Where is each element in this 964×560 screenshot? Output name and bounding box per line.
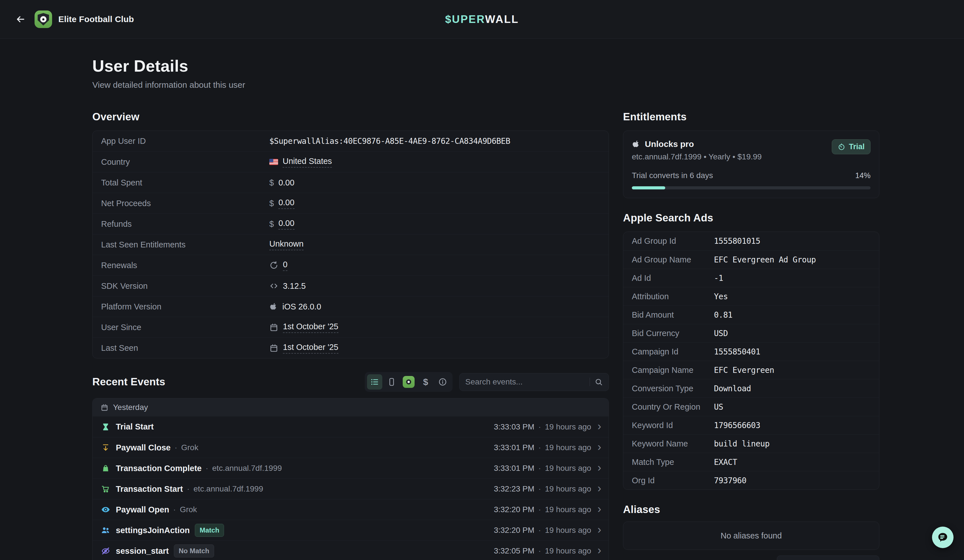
row-label: Last Seen Entitlements	[101, 240, 269, 249]
events-list: Trial Start3:33:03 PM·19 hours ago›Paywa…	[93, 417, 609, 560]
value-text: Unknown	[269, 239, 304, 250]
user-attributes-search[interactable]	[777, 555, 879, 560]
value-text: US	[714, 402, 723, 412]
value-text: $SuperwallAlias:40EC9876-A85E-4AE9-8762-…	[269, 137, 510, 146]
event-row[interactable]: Trial Start3:33:03 PM·19 hours ago›	[93, 417, 609, 437]
revenue-filter-button[interactable]: $	[418, 374, 433, 389]
value-text: EFC Evergreen	[714, 366, 774, 375]
table-row: SDK Version3.12.5	[93, 275, 609, 296]
separator-dot: ·	[538, 484, 541, 493]
table-row: Renewals0	[93, 255, 609, 275]
value-text: 7937960	[714, 476, 746, 485]
event-row[interactable]: settingsJoinActionMatch3:32:20 PM·19 hou…	[93, 520, 609, 540]
value-text: iOS 26.0.0	[282, 302, 321, 311]
event-row[interactable]: Paywall Open·Grok3:32:20 PM·19 hours ago…	[93, 499, 609, 520]
support-chat-button[interactable]	[932, 527, 954, 548]
chevron-right-icon: ›	[598, 482, 601, 494]
event-meta: 3:32:20 PM·19 hours ago›	[494, 526, 601, 535]
event-name: settingsJoinAction	[116, 526, 190, 535]
chevron-right-icon: ›	[598, 544, 601, 556]
row-value: 1796566603	[714, 421, 760, 430]
table-row: Keyword Id1796566603	[623, 416, 879, 434]
row-value: 1555850401	[714, 347, 760, 357]
event-subtitle: Grok	[181, 443, 199, 452]
chevron-right-icon: ›	[598, 462, 601, 473]
row-value: Download	[714, 384, 751, 393]
table-row: Ad Group NameEFC Evergreen Ad Group	[623, 250, 879, 269]
row-label: Campaign Name	[632, 366, 714, 375]
calendar-icon	[101, 404, 109, 411]
right-column: Entitlements Unlocks pro etc.annual.7df.…	[623, 39, 879, 560]
events-group-header: Yesterday	[93, 398, 609, 417]
value-text: 0.00	[278, 178, 294, 187]
value-text: 1st October '25	[283, 322, 339, 333]
table-row: Bid Amount0.81	[623, 306, 879, 324]
table-row: Campaign NameEFC Evergreen	[623, 361, 879, 379]
recent-events-header: Recent Events $	[92, 372, 609, 392]
entitlement-info: Unlocks pro etc.annual.7df.1999 • Yearly…	[632, 139, 832, 161]
row-label: Total Spent	[101, 178, 269, 187]
event-row[interactable]: Paywall Close·Grok3:33:01 PM·19 hours ag…	[93, 437, 609, 458]
overview-heading: Overview	[92, 111, 609, 123]
event-time: 3:32:20 PM	[494, 505, 534, 514]
table-row: Org Id7937960	[623, 471, 879, 490]
events-search[interactable]	[459, 373, 609, 391]
timer-icon	[838, 143, 845, 151]
table-row: Ad Group Id1555801015	[623, 232, 879, 250]
entitlement-name: Unlocks pro	[645, 139, 694, 149]
table-row: Platform VersioniOS 26.0.0	[93, 296, 609, 317]
event-time: 3:32:20 PM	[494, 526, 534, 535]
dollar-icon: $	[269, 178, 274, 187]
event-meta: 3:32:05 PM·19 hours ago›	[494, 546, 601, 556]
event-row[interactable]: session_startNo Match3:32:05 PM·19 hours…	[93, 540, 609, 560]
table-row: Refunds$0.00	[93, 213, 609, 234]
hourglass-icon	[100, 422, 111, 431]
value-text: 3.12.5	[283, 282, 306, 291]
app-filter-button[interactable]	[401, 374, 416, 389]
trial-converts-text: Trial converts in 6 days	[632, 171, 855, 180]
row-value: Yes	[714, 292, 728, 301]
row-value: 0.81	[714, 310, 732, 320]
row-label: SDK Version	[101, 282, 269, 291]
row-value: -1	[714, 273, 723, 283]
event-row[interactable]: Transaction Complete·etc.annual.7df.1999…	[93, 458, 609, 479]
table-row: Keyword Namebuild lineup	[623, 434, 879, 453]
value-text: Download	[714, 384, 751, 393]
trial-badge-label: Trial	[849, 142, 865, 151]
event-subtitle: etc.annual.7df.1999	[212, 464, 282, 473]
trial-progress-row: Trial converts in 6 days 14%	[632, 171, 871, 180]
back-button[interactable]	[13, 11, 28, 27]
recent-events-heading: Recent Events	[92, 376, 365, 388]
device-filter-button[interactable]	[384, 374, 399, 389]
row-label: Country	[101, 158, 269, 167]
event-relative-time: 19 hours ago	[545, 526, 591, 535]
events-list-card: Yesterday Trial Start3:33:03 PM·19 hours…	[92, 398, 609, 560]
table-row: CountryUnited States	[93, 151, 609, 172]
bag-icon	[100, 464, 111, 473]
row-value: 7937960	[714, 476, 746, 485]
row-value: US	[714, 402, 723, 412]
event-name: Paywall Close	[116, 443, 171, 453]
event-relative-time: 19 hours ago	[545, 464, 591, 473]
row-label: Last Seen	[101, 343, 269, 353]
row-value: EFC Evergreen	[714, 366, 774, 375]
aliases-heading: Aliases	[623, 503, 879, 516]
left-column: User Details View detailed information a…	[92, 39, 609, 560]
eye-off-icon	[100, 546, 111, 555]
search-divider	[589, 378, 590, 386]
arrow-left-icon	[15, 14, 26, 24]
row-value: 1st October '25	[269, 343, 339, 353]
apple-search-ads-card: Ad Group Id1555801015Ad Group NameEFC Ev…	[623, 231, 879, 490]
aliases-empty-text: No aliases found	[720, 531, 782, 540]
separator-dot: ·	[538, 505, 541, 514]
table-row: Last Seen1st October '25	[93, 337, 609, 358]
value-text: 1555850401	[714, 347, 760, 357]
info-filter-button[interactable]	[435, 374, 450, 389]
row-label: Bid Amount	[632, 310, 714, 320]
events-search-input[interactable]	[465, 378, 587, 386]
event-row[interactable]: Transaction Start·etc.annual.7df.19993:3…	[93, 479, 609, 499]
separator-dot: ·	[538, 464, 541, 473]
table-row: Campaign Id1555850401	[623, 342, 879, 361]
row-value: 0	[269, 260, 287, 271]
list-filter-button[interactable]	[367, 374, 382, 389]
